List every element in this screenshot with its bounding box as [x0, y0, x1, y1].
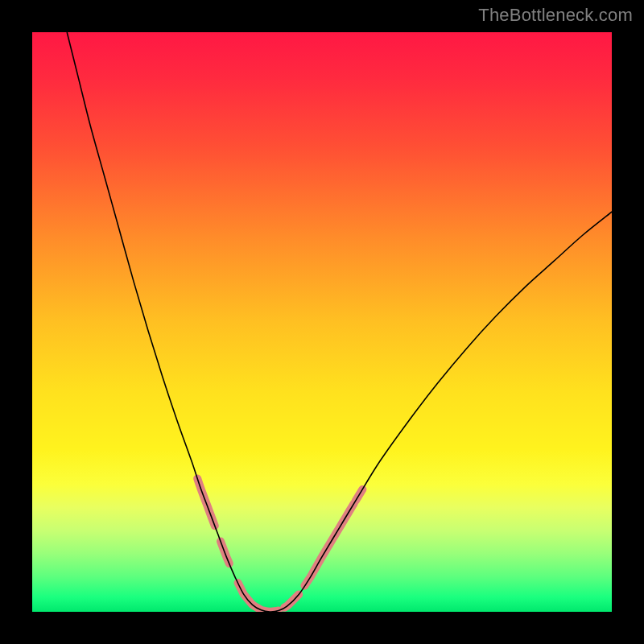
plot-area: [32, 32, 612, 612]
attribution-text: TheBottleneck.com: [478, 5, 633, 26]
chart-container: TheBottleneck.com: [0, 0, 644, 644]
highlight-segment: [238, 583, 279, 612]
curve-layer: [32, 32, 612, 612]
